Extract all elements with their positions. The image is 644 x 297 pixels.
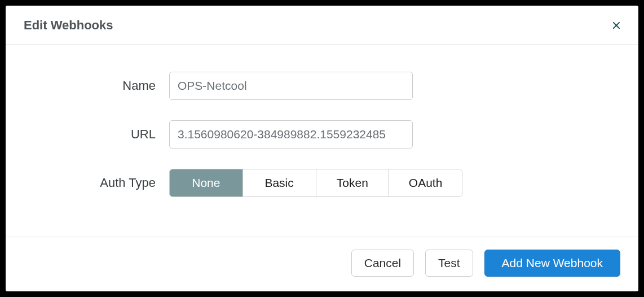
- add-new-webhook-button[interactable]: Add New Webhook: [484, 250, 620, 277]
- auth-type-label: Auth Type: [39, 176, 169, 190]
- auth-type-option-oauth[interactable]: OAuth: [389, 169, 462, 196]
- auth-type-segmented: None Basic Token OAuth: [169, 169, 462, 197]
- dialog-title: Edit Webhooks: [24, 18, 113, 33]
- name-input[interactable]: [169, 72, 413, 100]
- form-row-auth-type: Auth Type None Basic Token OAuth: [39, 169, 605, 197]
- dialog-body: Name URL Auth Type None Basic Token OAut…: [6, 45, 638, 237]
- url-input[interactable]: [169, 120, 413, 148]
- test-button[interactable]: Test: [425, 250, 473, 277]
- dialog-footer: Cancel Test Add New Webhook: [6, 237, 638, 291]
- form-row-name: Name: [39, 72, 605, 100]
- auth-type-option-none[interactable]: None: [170, 169, 243, 196]
- auth-type-option-basic[interactable]: Basic: [243, 169, 316, 196]
- url-label: URL: [39, 127, 169, 142]
- close-icon[interactable]: [610, 19, 623, 32]
- dialog-header: Edit Webhooks: [6, 6, 638, 45]
- cancel-button[interactable]: Cancel: [351, 250, 414, 277]
- edit-webhooks-dialog: Edit Webhooks Name URL Auth Type None Ba…: [6, 6, 638, 291]
- name-label: Name: [39, 78, 169, 93]
- form-row-url: URL: [39, 120, 605, 148]
- auth-type-option-token[interactable]: Token: [316, 169, 390, 196]
